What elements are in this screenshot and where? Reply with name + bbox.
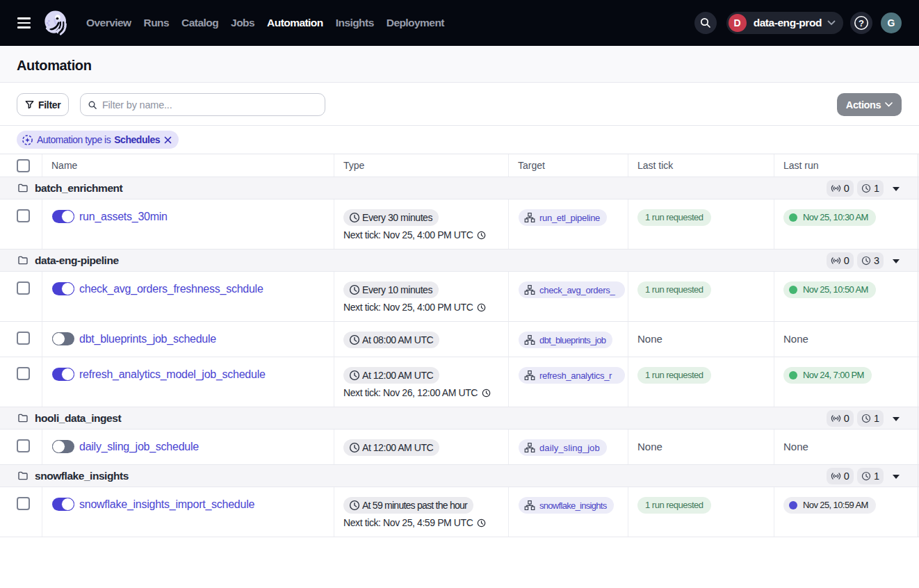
- svg-text:?: ?: [859, 18, 864, 28]
